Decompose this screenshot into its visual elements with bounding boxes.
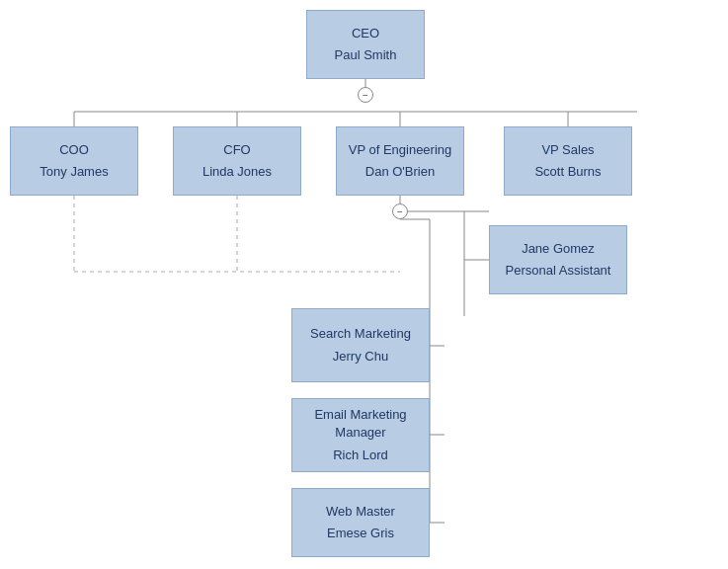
pa-subtitle: Personal Assistant (506, 262, 611, 280)
vps-name: Scott Burns (534, 163, 601, 181)
coo-name: Tony James (40, 163, 108, 181)
cfo-name: Linda Jones (202, 163, 272, 181)
emm-title: Email Marketing Manager (298, 406, 423, 442)
wm-title: Web Master (326, 503, 395, 521)
sm-title: Search Marketing (310, 325, 411, 343)
vps-node: VP Sales Scott Burns (504, 126, 632, 196)
pa-node: Jane Gomez Personal Assistant (489, 225, 627, 294)
vpe-title: VP of Engineering (349, 141, 452, 159)
pa-title: Jane Gomez (522, 240, 595, 258)
emm-name: Rich Lord (333, 447, 388, 464)
org-chart: CEO Paul Smith − COO Tony James CFO Lind… (0, 0, 728, 569)
coo-title: COO (59, 141, 89, 159)
vpe-node: VP of Engineering Dan O'Brien (336, 126, 464, 196)
collapse-btn-2[interactable]: − (392, 203, 408, 219)
collapse-btn-1[interactable]: − (358, 87, 373, 103)
wm-name: Emese Gris (327, 525, 394, 542)
coo-node: COO Tony James (10, 126, 138, 196)
cfo-node: CFO Linda Jones (173, 126, 301, 196)
cfo-title: CFO (223, 141, 250, 159)
sm-name: Jerry Chu (333, 348, 388, 366)
vpe-name: Dan O'Brien (365, 163, 435, 181)
ceo-node: CEO Paul Smith (306, 10, 425, 79)
ceo-name: Paul Smith (335, 46, 397, 64)
ceo-title: CEO (352, 25, 379, 42)
svg-line-14 (400, 219, 489, 260)
sm-node: Search Marketing Jerry Chu (291, 308, 430, 382)
vps-title: VP Sales (541, 141, 594, 159)
wm-node: Web Master Emese Gris (291, 488, 430, 557)
emm-node: Email Marketing Manager Rich Lord (291, 398, 430, 472)
